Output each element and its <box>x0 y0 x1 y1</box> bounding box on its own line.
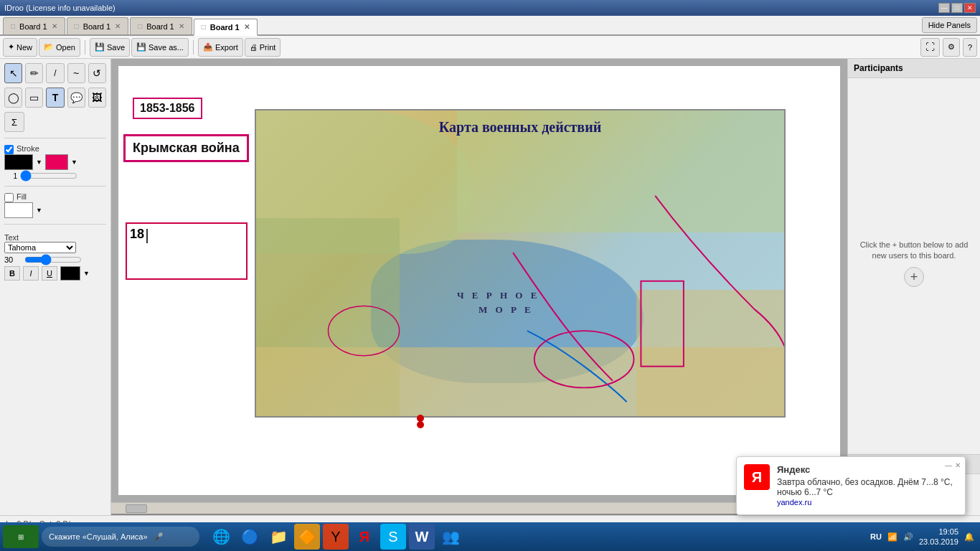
tab-close-1[interactable]: ✕ <box>52 22 57 30</box>
open-button[interactable]: 📂 Open <box>39 38 80 57</box>
tab-bar: □ Board 1 ✕ □ Board 1 ✕ □ Board 1 ✕ □ Bo… <box>0 16 980 36</box>
taskbar-app-ie[interactable]: 🔵 <box>237 524 263 550</box>
text-tool[interactable]: T <box>46 88 64 108</box>
cursor-dot-2 <box>417 421 424 428</box>
hscroll-thumb[interactable] <box>126 504 147 513</box>
stroke-color-pink-arrow[interactable]: ▼ <box>71 159 77 166</box>
tab-label-3: Board 1 <box>146 22 174 31</box>
taskbar-app-yandex2[interactable]: Я <box>352 524 377 550</box>
taskbar-app-people[interactable]: 👥 <box>438 524 463 550</box>
taskbar-app-word[interactable]: W <box>409 524 435 550</box>
participants-header: Participants <box>848 59 980 78</box>
fill-color-swatch[interactable] <box>4 202 33 218</box>
text-color-arrow[interactable]: ▼ <box>83 270 90 277</box>
taskbar-app-yandex[interactable]: Y <box>323 524 349 550</box>
tab-icon-2: □ <box>75 22 79 30</box>
taskbar-app-skype[interactable]: S <box>380 524 406 550</box>
map-title: Карта военных действий <box>439 119 601 136</box>
window-controls: — □ ✕ <box>938 3 976 13</box>
notification-title: Яндекс <box>777 464 958 475</box>
toolbar-right: ⛶ ⚙ ? <box>920 38 977 57</box>
select-tool[interactable]: ↖ <box>4 63 22 83</box>
edit-text-box[interactable]: 18 <box>126 222 248 280</box>
tab-icon-3: □ <box>138 22 142 30</box>
stroke-slider-row: 1 <box>4 171 106 180</box>
taskbar-app-chrome[interactable]: 🌐 <box>208 524 234 550</box>
font-size-slider[interactable] <box>24 255 82 264</box>
italic-button[interactable]: I <box>23 266 39 281</box>
notifications-icon[interactable]: 🔔 <box>964 532 974 542</box>
whiteboard[interactable]: Карта военных действий Ч Е Р Н О Е М О Р… <box>118 66 840 495</box>
help-button[interactable]: ? <box>963 38 977 57</box>
edit-text-content: 18 <box>130 227 144 241</box>
stroke-color-row: ▼ ▼ <box>4 154 106 170</box>
tab-board-2[interactable]: □ Board 1 ✕ <box>67 17 129 34</box>
stroke-section: Stroke ▼ ▼ 1 <box>4 144 106 180</box>
rect-tool[interactable]: ▭ <box>25 88 43 108</box>
canvas-inner: Карта военных действий Ч Е Р Н О Е М О Р… <box>111 59 847 502</box>
stroke-checkbox[interactable] <box>4 145 14 154</box>
close-button[interactable]: ✕ <box>964 3 976 13</box>
pencil-tool[interactable]: ✏ <box>25 63 43 83</box>
map-container: Карта военных действий Ч Е Р Н О Е М О Р… <box>255 109 786 418</box>
fullscreen-button[interactable]: ⛶ <box>920 38 940 57</box>
right-panel: Participants Click the + button below to… <box>847 59 980 515</box>
fill-checkbox-row: Fill <box>4 192 106 202</box>
print-button[interactable]: 🖨 Print <box>245 38 281 57</box>
tab-close-3[interactable]: ✕ <box>179 22 184 30</box>
hide-panels-button[interactable]: Hide Panels <box>922 17 977 33</box>
fill-checkbox[interactable] <box>4 193 14 202</box>
new-button[interactable]: ✦ New <box>3 38 37 57</box>
underline-button[interactable]: U <box>42 266 57 281</box>
tab-board-1[interactable]: □ Board 1 ✕ <box>3 17 65 34</box>
start-button[interactable]: ⊞ <box>3 525 39 548</box>
save-as-icon: 💾 <box>136 42 146 52</box>
notification-close-button[interactable]: ✕ <box>955 461 961 469</box>
tab-close-2[interactable]: ✕ <box>115 22 121 30</box>
image-tool[interactable]: 🖼 <box>88 88 106 108</box>
save-as-button[interactable]: 💾 Save as... <box>131 38 189 57</box>
print-icon: 🖨 <box>250 43 258 52</box>
tool-divider-2 <box>4 186 106 187</box>
font-family-select[interactable]: Tahoma Arial Times New Roman <box>4 242 76 253</box>
notification-pin-button[interactable]: — <box>945 461 952 469</box>
crimea-text-box[interactable]: Крымская война <box>123 134 249 162</box>
tab-board-4[interactable]: □ Board 1 ✕ <box>194 19 258 36</box>
taskbar-app-files[interactable]: 📁 <box>265 524 291 550</box>
export-button[interactable]: 📤 Export <box>198 38 243 57</box>
stroke-color-pink[interactable] <box>45 154 68 170</box>
notification-link[interactable]: yandex.ru <box>777 498 811 507</box>
settings-button[interactable]: ⚙ <box>943 38 960 57</box>
minimize-button[interactable]: — <box>938 3 950 13</box>
taskbar-time: 19:05 23.03.2019 <box>919 527 958 547</box>
add-user-button[interactable]: + <box>904 267 924 287</box>
curve-tool[interactable]: ~ <box>67 63 85 83</box>
tool-divider-1 <box>4 138 106 138</box>
date-display: 23.03.2019 <box>919 537 958 547</box>
fill-color-arrow[interactable]: ▼ <box>36 207 42 214</box>
fill-section: Fill ▼ <box>4 192 106 218</box>
stroke-thickness-slider[interactable] <box>20 171 77 180</box>
taskbar-search[interactable]: Скажите «Слушай, Алиса» 🎤 <box>42 527 199 547</box>
bold-button[interactable]: B <box>4 266 20 281</box>
mic-icon[interactable]: 🎤 <box>154 532 164 542</box>
line-tool[interactable]: / <box>46 63 64 83</box>
formula-tool[interactable]: Σ <box>4 112 24 132</box>
save-button[interactable]: 💾 Save <box>90 38 130 57</box>
text-section: Text Tahoma Arial Times New Roman 30 B I… <box>4 233 106 281</box>
comment-tool[interactable]: 💬 <box>67 88 85 108</box>
canvas-area[interactable]: Карта военных действий Ч Е Р Н О Е М О Р… <box>111 59 847 515</box>
network-icon: 📶 <box>887 532 897 542</box>
date-text-box[interactable]: 1853-1856 <box>133 98 202 119</box>
stroke-color-arrow[interactable]: ▼ <box>36 159 42 166</box>
tab-board-3[interactable]: □ Board 1 ✕ <box>130 17 192 34</box>
taskbar-app-app1[interactable]: 🔶 <box>294 524 320 550</box>
tab-close-4[interactable]: ✕ <box>244 23 250 31</box>
left-tool-panel: ↖ ✏ / ~ ↺ ◯ ▭ T 💬 🖼 Σ Stroke ▼ <box>0 59 111 515</box>
ellipse-tool[interactable]: ◯ <box>4 88 22 108</box>
stroke-color-black[interactable] <box>4 154 33 170</box>
loop-tool[interactable]: ↺ <box>88 63 106 83</box>
maximize-button[interactable]: □ <box>951 3 963 13</box>
text-color-swatch[interactable] <box>60 266 80 281</box>
fill-color-row: ▼ <box>4 202 106 218</box>
